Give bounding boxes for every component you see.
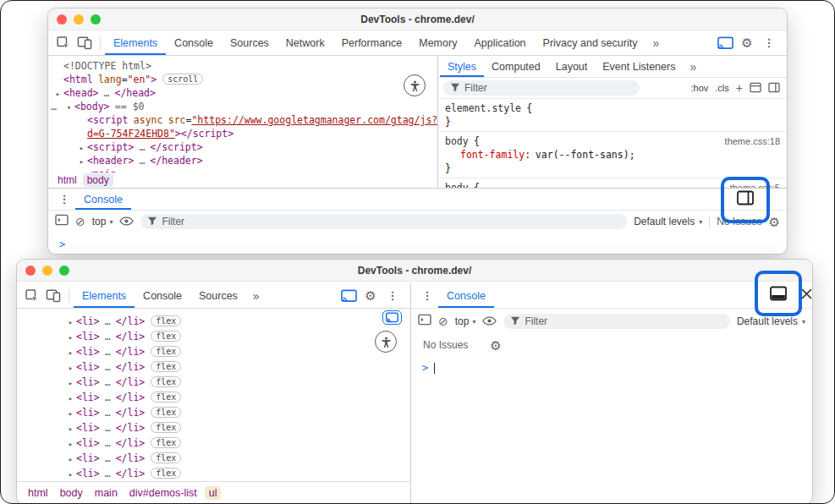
- accessibility-icon[interactable]: [375, 331, 397, 353]
- tab-layout[interactable]: Layout: [548, 56, 596, 77]
- tab-sources[interactable]: Sources: [190, 283, 246, 308]
- close-window-button[interactable]: [25, 266, 36, 276]
- flex-badge[interactable]: flex: [151, 468, 181, 479]
- breadcrumb-main[interactable]: main: [91, 486, 122, 500]
- cast-icon[interactable]: [338, 289, 360, 303]
- live-expression-icon[interactable]: [119, 214, 134, 229]
- cast-icon[interactable]: [714, 36, 736, 50]
- expand-arrow-icon[interactable]: ▸: [65, 467, 76, 481]
- tab-application[interactable]: Application: [465, 30, 534, 55]
- collapse-arrow-icon[interactable]: ▾: [63, 101, 74, 114]
- tab-console[interactable]: Console: [135, 283, 190, 308]
- console-prompt[interactable]: >: [48, 233, 787, 250]
- tree-node-doctype[interactable]: <!DOCTYPE html>: [48, 59, 437, 73]
- kebab-menu-icon[interactable]: ⋮: [53, 189, 75, 210]
- css-property-row[interactable]: font-family:var(--font-sans);: [438, 148, 787, 162]
- expand-arrow-icon[interactable]: ▸: [65, 421, 76, 436]
- tree-node-script-gtag[interactable]: <scriptasyncsrc="https://www.googletagma…: [48, 113, 437, 127]
- breadcrumb-html[interactable]: html: [24, 486, 52, 500]
- log-levels-selector[interactable]: Default levels▾: [634, 216, 702, 227]
- tree-node-li[interactable]: ▸<li>…</li>flex: [17, 390, 410, 405]
- tree-node-li[interactable]: ▸<li>…</li>flex: [17, 329, 410, 344]
- console-prompt[interactable]: >: [411, 356, 812, 374]
- console-sidebar-icon[interactable]: [418, 314, 431, 329]
- gtag-url-link[interactable]: "https://www.googletagmanager.com/gtag/j…: [191, 114, 437, 126]
- accessibility-icon[interactable]: [404, 74, 426, 96]
- new-style-rule-icon[interactable]: +: [736, 81, 743, 95]
- expand-arrow-icon[interactable]: ▸: [65, 436, 76, 452]
- flex-badge[interactable]: flex: [151, 407, 181, 418]
- tab-sources[interactable]: Sources: [222, 30, 277, 55]
- console-context-selector[interactable]: top▾: [455, 315, 476, 327]
- tree-node-li[interactable]: ▸<li>…</li>flex: [17, 314, 410, 329]
- tree-node-li[interactable]: ▸<li>…</li>flex: [17, 451, 410, 466]
- breadcrumb-div-demos-list[interactable]: div#demos-list: [125, 486, 201, 500]
- flex-badge[interactable]: flex: [151, 346, 181, 357]
- tree-node-li[interactable]: ▸<li>…</li>flex: [17, 466, 410, 481]
- tab-network[interactable]: Network: [277, 30, 333, 55]
- settings-gear-icon[interactable]: ⚙: [360, 289, 382, 302]
- console-filter-input[interactable]: [162, 216, 620, 227]
- flex-badge[interactable]: flex: [151, 331, 181, 342]
- close-drawer-icon[interactable]: [800, 288, 812, 299]
- expand-arrow-icon[interactable]: ▸: [65, 391, 76, 406]
- tree-node-li[interactable]: ▸<li>…</li>flex: [17, 405, 410, 420]
- clear-console-icon[interactable]: ⊘: [75, 216, 85, 227]
- expand-arrow-icon[interactable]: ▸: [65, 360, 76, 375]
- console-settings-icon[interactable]: ⚙: [769, 216, 780, 228]
- tab-event-listeners[interactable]: Event Listeners: [595, 56, 683, 77]
- gtag-url-link[interactable]: d=G-754F24EHD8": [87, 128, 175, 140]
- element-classes-button[interactable]: .cls: [715, 83, 729, 93]
- tree-node-head[interactable]: ▸<head>…</head>: [48, 86, 437, 100]
- flex-badge[interactable]: flex: [151, 392, 181, 403]
- tab-styles[interactable]: Styles: [440, 56, 484, 77]
- tree-node-script[interactable]: ▸<script>…</script>: [48, 140, 437, 154]
- tab-memory[interactable]: Memory: [410, 30, 465, 55]
- kebab-menu-icon[interactable]: ⋮: [758, 37, 780, 48]
- toggle-element-state-button[interactable]: :hov: [691, 83, 709, 93]
- close-window-button[interactable]: [57, 14, 67, 25]
- kebab-menu-icon[interactable]: ⋮: [416, 283, 438, 308]
- breadcrumb-ul[interactable]: ul: [205, 486, 222, 500]
- cast-icon[interactable]: [382, 310, 402, 325]
- tree-node-li[interactable]: ▸<li>…</li>flex: [17, 359, 410, 375]
- tab-computed[interactable]: Computed: [484, 56, 548, 77]
- flex-badge[interactable]: flex: [151, 361, 181, 372]
- expand-arrow-icon[interactable]: ▸: [65, 345, 76, 360]
- console-settings-icon[interactable]: ⚙: [490, 339, 501, 352]
- flex-badge[interactable]: flex: [151, 315, 181, 326]
- expand-arrow-icon[interactable]: ▸: [65, 315, 76, 330]
- tree-node-li[interactable]: ▸<li>…</li>flex: [17, 344, 410, 359]
- console-context-selector[interactable]: top▾: [92, 216, 113, 227]
- dock-drawer-bottom-button[interactable]: [769, 285, 788, 302]
- device-toolbar-icon[interactable]: [42, 283, 64, 308]
- drawer-tab-console[interactable]: Console: [75, 189, 131, 210]
- console-sidebar-icon[interactable]: [55, 214, 69, 229]
- minimize-window-button[interactable]: [74, 14, 84, 25]
- flex-badge[interactable]: flex: [151, 437, 181, 448]
- styles-pane-layout-icon[interactable]: [768, 82, 780, 95]
- tab-console[interactable]: Console: [166, 30, 222, 55]
- issues-counter[interactable]: No Issues: [717, 216, 761, 227]
- expand-arrow-icon[interactable]: ▸: [76, 141, 87, 155]
- expand-arrow-icon[interactable]: ▸: [52, 87, 63, 101]
- expand-arrow-icon[interactable]: ▸: [65, 330, 76, 345]
- tree-node-script-gtag-wrap[interactable]: d=G-754F24EHD8"></script>: [48, 127, 437, 140]
- device-toolbar-icon[interactable]: [74, 30, 96, 55]
- issues-counter[interactable]: No Issues: [423, 339, 468, 351]
- dock-drawer-right-button[interactable]: [736, 189, 755, 206]
- clear-console-icon[interactable]: ⊘: [438, 315, 448, 327]
- flex-badge[interactable]: flex: [151, 422, 181, 433]
- tree-node-li[interactable]: ▸<li>…</li>flex: [17, 436, 410, 451]
- tree-node-body[interactable]: …▾<body>== $0: [48, 100, 437, 113]
- computed-sidebar-icon[interactable]: [750, 82, 761, 95]
- source-link[interactable]: theme.css:18: [725, 134, 780, 148]
- inspect-icon[interactable]: [20, 283, 42, 308]
- tree-node-header[interactable]: ▸<header>…</header>: [48, 154, 437, 167]
- log-levels-selector[interactable]: Default levels▾: [737, 315, 805, 327]
- tree-node-li[interactable]: ▸<li>…</li>flex: [17, 375, 410, 390]
- breadcrumb-body[interactable]: body: [83, 173, 113, 187]
- expand-arrow-icon[interactable]: ▸: [65, 452, 76, 467]
- live-expression-icon[interactable]: [482, 314, 497, 329]
- more-tabs-icon[interactable]: »: [683, 56, 703, 77]
